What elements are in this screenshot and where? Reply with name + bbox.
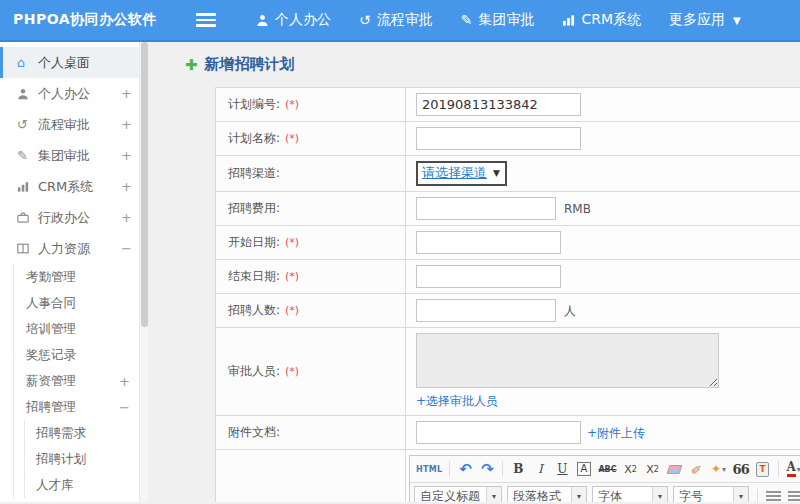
caret-down-icon: ▾ xyxy=(722,465,726,474)
sidebar-scrollbar[interactable] xyxy=(139,42,148,502)
caret-down-icon: ▼ xyxy=(733,15,741,26)
scrollbar-thumb[interactable] xyxy=(141,42,148,327)
eraser-icon xyxy=(667,465,683,474)
home-icon: ⌂ xyxy=(17,55,38,70)
table-row: 附件文档: +附件上传 xyxy=(216,416,800,450)
collapse-icon[interactable]: − xyxy=(121,241,132,256)
sidebar-item-crm[interactable]: CRM系统 + xyxy=(0,171,148,202)
custom-heading-dropdown[interactable]: 自定义标题▾ xyxy=(414,486,502,502)
font-size-dropdown[interactable]: 字号▾ xyxy=(673,486,749,502)
align-center-button[interactable] xyxy=(785,487,800,503)
font-color-icon: A xyxy=(787,461,796,477)
select-approver-link[interactable]: +选择审批人员 xyxy=(416,394,498,408)
table-row: HTML ↶ ↷ B I U A ABC X2 X2 xyxy=(216,450,800,503)
collapse-icon[interactable]: − xyxy=(119,400,130,415)
clean-html-button[interactable]: ✏ xyxy=(687,459,707,479)
sidebar-item-recruitment[interactable]: 招聘管理− xyxy=(14,394,148,420)
sidebar-item-admin-office[interactable]: 行政办公 + xyxy=(0,202,148,233)
menu-toggle-icon[interactable] xyxy=(196,10,216,30)
expand-icon[interactable]: + xyxy=(121,86,132,101)
sidebar-item-recruit-demand[interactable]: 招聘需求 xyxy=(25,420,148,446)
edit-icon: ✎ xyxy=(17,148,38,163)
sidebar: ⌂ 个人桌面 个人办公 + ↺ 流程审批 + ✎ 集团审批 + CRM系统 + … xyxy=(0,42,148,502)
nav-workflow-approval[interactable]: ↺ 流程审批 xyxy=(345,11,447,29)
table-row: 计划名称:(*) xyxy=(216,122,800,156)
expand-icon[interactable]: + xyxy=(119,374,130,389)
table-row: 招聘费用: RMB xyxy=(216,192,800,226)
channel-select[interactable]: 请选择渠道 ▼ xyxy=(416,161,507,186)
sidebar-item-recruit-plan[interactable]: 招聘计划 xyxy=(25,446,148,472)
sidebar-item-group-approval[interactable]: ✎ 集团审批 + xyxy=(0,140,148,171)
page-title: ✚ 新增招聘计划 xyxy=(185,55,800,74)
expand-icon[interactable]: + xyxy=(121,179,132,194)
start-date-input[interactable] xyxy=(416,231,561,254)
table-row: 开始日期:(*) xyxy=(216,226,800,260)
subscript-button[interactable]: X2 xyxy=(643,459,663,479)
sidebar-item-personal-office[interactable]: 个人办公 + xyxy=(0,78,148,109)
redo-icon[interactable]: ↷ xyxy=(477,459,497,479)
bold-button[interactable]: B xyxy=(508,459,528,479)
blockquote-button[interactable]: 66 xyxy=(731,459,751,479)
paragraph-format-dropdown[interactable]: 段落格式▾ xyxy=(507,486,587,502)
nav-crm-system[interactable]: CRM系统 xyxy=(548,11,655,29)
underline-button[interactable]: U xyxy=(552,459,572,479)
recruitment-submenu: 招聘需求 招聘计划 人才库 xyxy=(24,420,148,498)
broom-icon: ✏ xyxy=(688,460,706,479)
superscript-button[interactable]: X2 xyxy=(621,459,641,479)
plan-name-input[interactable] xyxy=(416,127,581,150)
bar-chart-icon xyxy=(562,14,575,26)
required-mark: (*) xyxy=(285,270,299,283)
edit-icon: ✎ xyxy=(461,13,473,27)
recruit-fee-input[interactable] xyxy=(416,197,556,220)
sidebar-item-rewards[interactable]: 奖惩记录 xyxy=(14,342,148,368)
anchor-a-button[interactable]: A xyxy=(577,462,591,476)
plan-number-input[interactable] xyxy=(416,93,581,116)
remove-format-button[interactable] xyxy=(665,459,685,479)
html-source-button[interactable]: HTML xyxy=(414,459,444,479)
expand-icon[interactable]: + xyxy=(121,210,132,225)
expand-icon[interactable]: + xyxy=(121,117,132,132)
sidebar-item-talent-pool[interactable]: 人才库 xyxy=(25,472,148,498)
rich-text-editor: HTML ↶ ↷ B I U A ABC X2 X2 xyxy=(409,455,800,502)
currency-suffix: RMB xyxy=(564,202,591,216)
expand-icon[interactable]: + xyxy=(121,148,132,163)
caret-down-icon: ▾ xyxy=(486,487,501,502)
table-row: 计划编号:(*) xyxy=(216,88,800,122)
sidebar-item-hr-contract[interactable]: 人事合同 xyxy=(14,290,148,316)
required-mark: (*) xyxy=(285,304,299,317)
caret-down-icon: ▾ xyxy=(733,487,748,502)
sidebar-item-training[interactable]: 培训管理 xyxy=(14,316,148,342)
sidebar-item-workflow-approval[interactable]: ↺ 流程审批 + xyxy=(0,109,148,140)
align-left-button[interactable] xyxy=(763,487,783,503)
sidebar-item-attendance[interactable]: 考勤管理 xyxy=(14,264,148,290)
attachment-input[interactable] xyxy=(416,421,581,444)
sidebar-item-salary[interactable]: 薪资管理+ xyxy=(14,368,148,394)
top-nav: 个人办公 ↺ 流程审批 ✎ 集团审批 CRM系统 更多应用 ▼ xyxy=(242,11,755,29)
undo-icon[interactable]: ↶ xyxy=(455,459,475,479)
sidebar-item-human-resources[interactable]: 人力资源 − xyxy=(0,233,148,264)
hr-submenu: 考勤管理 人事合同 培训管理 奖惩记录 薪资管理+ 招聘管理− 招聘需求 招聘计… xyxy=(13,264,148,498)
table-row: 审批人员:(*) +选择审批人员 xyxy=(216,328,800,416)
unit-suffix: 人 xyxy=(564,304,576,318)
paste-text-button[interactable]: T xyxy=(753,459,773,479)
end-date-input[interactable] xyxy=(416,265,561,288)
nav-personal-office[interactable]: 个人办公 xyxy=(242,11,345,29)
nav-more-apps[interactable]: 更多应用 ▼ xyxy=(655,11,755,29)
attachment-upload-link[interactable]: +附件上传 xyxy=(587,426,645,440)
headcount-input[interactable] xyxy=(416,299,556,322)
add-plus-icon: ✚ xyxy=(185,56,198,74)
nav-group-approval[interactable]: ✎ 集团审批 xyxy=(447,11,549,29)
approver-textarea[interactable] xyxy=(416,333,719,388)
strikethrough-button[interactable]: ABC xyxy=(596,459,618,479)
field-label: 开始日期: xyxy=(228,235,280,249)
font-family-dropdown[interactable]: 字体▾ xyxy=(592,486,668,502)
app-logo: PHPOA协同办公软件 xyxy=(0,11,150,29)
recruit-plan-form: 计划编号:(*) 计划名称:(*) 招聘渠道: 请选择渠道 ▼ 招聘费用: RM… xyxy=(215,87,800,502)
font-color-button[interactable]: A▾ xyxy=(784,459,800,479)
sidebar-item-personal-desktop[interactable]: ⌂ 个人桌面 xyxy=(0,47,148,78)
field-label: 招聘人数: xyxy=(228,303,280,317)
italic-button[interactable]: I xyxy=(530,459,550,479)
main-content: ✚ 新增招聘计划 计划编号:(*) 计划名称:(*) 招聘渠道: 请选择渠道 ▼ xyxy=(148,42,800,502)
autoformat-button[interactable]: ✦▾ xyxy=(709,459,729,479)
table-row: 结束日期:(*) xyxy=(216,260,800,294)
